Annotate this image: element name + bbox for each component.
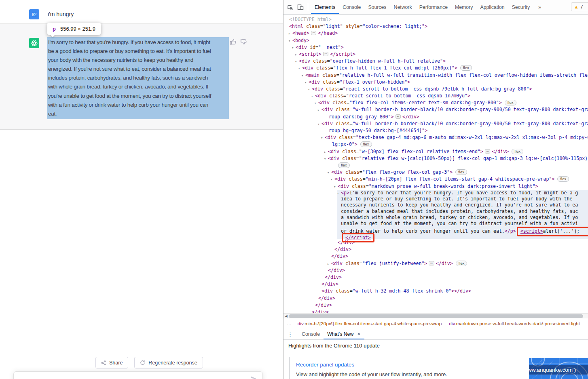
tree-line[interactable]: ▾<div class="react-scroll-to-bottom--css… <box>283 86 588 93</box>
breadcrumb-overflow-icon[interactable]: … <box>287 321 292 326</box>
tree-line[interactable]: ▾<body> <box>283 37 588 44</box>
tab-application[interactable]: Application <box>476 0 508 14</box>
tree-line[interactable]: </div> <box>283 253 588 260</box>
tree-line[interactable]: ▾<div class="text-base gap-4 md:gap-6 m-… <box>283 134 588 141</box>
tree-line[interactable]: <div class="w-full h-32 md:h-48 flex-shr… <box>283 288 588 295</box>
flex-badge[interactable]: flex <box>360 141 372 147</box>
expand-arrow-icon[interactable]: ▸ <box>327 261 331 267</box>
drawer-tab-whats-new[interactable]: What's New ✕ <box>324 329 364 339</box>
expand-arrow-icon[interactable]: ▾ <box>334 183 338 190</box>
tab-performance[interactable]: Performance <box>416 0 451 14</box>
expand-inline-icon[interactable]: ⋯ <box>311 31 316 35</box>
expand-arrow-icon[interactable]: ▸ <box>288 30 292 37</box>
tree-line[interactable]: ▾<div class="flex h-full flex-1 flex-col… <box>283 65 588 72</box>
tree-line-selected[interactable]: or drink water to help curb your hunger … <box>337 227 588 233</box>
tree-line[interactable]: <!DOCTYPE html> <box>283 16 588 23</box>
tree-line[interactable]: ▾<div class="markdown prose w-full break… <box>283 183 588 190</box>
device-toolbar-icon[interactable] <box>297 4 304 11</box>
expand-arrow-icon[interactable]: ▾ <box>327 169 331 176</box>
flex-badge[interactable]: flex <box>455 169 467 175</box>
close-icon[interactable]: ✕ <box>357 332 360 336</box>
scrollbar-thumb[interactable] <box>289 314 583 318</box>
tree-line[interactable]: ▾<div class="flex flex-col items-center … <box>283 99 588 106</box>
script-link[interactable]: <script> <box>520 228 543 234</box>
tab-console[interactable]: Console <box>339 0 364 14</box>
tab-sources[interactable]: Sources <box>364 0 390 14</box>
drawer-menu-icon[interactable]: ⋮ <box>288 329 293 339</box>
expand-arrow-icon[interactable]: ▸ <box>324 149 328 156</box>
tab-network[interactable]: Network <box>390 0 416 14</box>
tree-line[interactable]: ▸<div class="w-full border-b border-blac… <box>283 106 588 113</box>
tree-line[interactable]: ▾<div class="flex flex-grow flex-col gap… <box>283 169 588 176</box>
flex-badge[interactable]: flex <box>338 162 350 168</box>
expand-arrow-icon[interactable]: ▾ <box>295 58 299 65</box>
tree-line[interactable]: </div> <box>283 239 588 246</box>
expand-arrow-icon[interactable]: ▾ <box>308 86 312 93</box>
flex-badge[interactable]: flex <box>460 65 472 71</box>
tree-line[interactable]: ▾<div class="flex-1 overflow-hidden"> <box>283 79 588 86</box>
tree-line[interactable]: </div> <box>283 246 588 253</box>
tree-line[interactable]: ▾<main class="relative h-full w-full tra… <box>283 72 588 79</box>
thumbs-up-button[interactable] <box>230 38 237 46</box>
expand-inline-icon[interactable]: ⋯ <box>485 149 490 154</box>
flex-badge[interactable]: flex <box>505 100 516 105</box>
expand-arrow-icon[interactable]: ▾ <box>314 100 318 107</box>
flex-badge[interactable]: flex <box>557 176 569 182</box>
tree-line[interactable]: ▾<div class="min-h-[20px] flex flex-col … <box>283 176 588 183</box>
tree-line-selected[interactable]: consider a balanced meal that includes p… <box>337 208 588 215</box>
prompt-input[interactable] <box>13 371 263 379</box>
expand-arrow-icon[interactable]: ▾ <box>324 156 328 162</box>
inspect-element-icon[interactable] <box>287 4 294 11</box>
flex-badge[interactable]: flex <box>456 261 467 266</box>
tree-line[interactable]: flex <box>283 162 588 169</box>
tab-security[interactable]: Security <box>508 0 533 14</box>
tree-line-selected[interactable]: necessary nutrients to keep you healthy … <box>337 202 588 208</box>
breadcrumb-item[interactable]: div.min-h-\[20px\].flex.flex-col.items-s… <box>298 321 442 326</box>
tree-line-selected[interactable]: a sandwich with whole grain bread, turke… <box>337 215 588 221</box>
regenerate-button[interactable]: Regenerate response <box>134 357 203 368</box>
expand-arrow-icon[interactable]: ▾ <box>292 44 296 51</box>
tab-elements[interactable]: Elements <box>311 0 339 14</box>
tree-line[interactable]: </div> <box>283 295 588 302</box>
tree-line[interactable]: </div> <box>283 302 588 309</box>
tree-line[interactable]: ▸<head>⋯</head> <box>283 30 588 37</box>
expand-arrow-icon[interactable]: ▾ <box>298 65 302 72</box>
expand-arrow-icon[interactable]: ▾ <box>330 176 334 183</box>
expand-arrow-icon[interactable]: ▾ <box>317 121 321 128</box>
expand-inline-icon[interactable]: ⋯ <box>429 261 434 265</box>
tree-line[interactable]: lg:px-0">flex <box>283 141 588 148</box>
script-link[interactable]: </script> <box>345 235 371 240</box>
more-tabs-icon[interactable]: » <box>538 4 541 10</box>
tree-line[interactable]: ▾<div class="relative flex w-[calc(100%-… <box>283 155 588 162</box>
tree-line[interactable]: ▾<div class="react-scroll-to-bottom--css… <box>283 93 588 99</box>
expand-inline-icon[interactable]: ⋯ <box>396 114 401 119</box>
tree-line[interactable]: ▸<script>⋯</script> <box>283 51 588 58</box>
tree-line[interactable]: ▾<div class="w-full border-b border-blac… <box>283 120 588 127</box>
tree-line[interactable]: </div> <box>283 281 588 288</box>
breadcrumb-item-selected[interactable]: div.markdown.prose.w-full.break-words.da… <box>449 321 580 326</box>
send-icon[interactable] <box>250 375 257 379</box>
expand-arrow-icon[interactable]: ▸ <box>295 51 299 58</box>
tree-line-selected[interactable]: ▾<p>I'm sorry to hear that you're hungry… <box>337 190 588 196</box>
tree-line[interactable]: roup dark:bg-gray-800">⋯</div> <box>283 114 588 120</box>
tree-line[interactable]: roup bg-gray-50 dark:bg-[#444654]"> <box>283 127 588 134</box>
expand-inline-icon[interactable]: ⋯ <box>323 52 328 56</box>
horizontal-scrollbar[interactable]: ◀ <box>283 313 588 319</box>
share-button[interactable]: Share <box>95 357 128 368</box>
tree-line[interactable]: ▸<div class="flex justify-between">⋯</di… <box>283 260 588 267</box>
tree-line[interactable]: ▸<div class="w-[30px] flex flex-col rela… <box>283 148 588 155</box>
tree-line[interactable]: <html class="light" style="color-scheme:… <box>283 23 588 30</box>
tree-line-selected[interactable]: unable to get food at the moment, you ca… <box>337 221 588 227</box>
tree-line[interactable]: </div> <box>283 274 588 281</box>
drawer-tab-console[interactable]: Console <box>298 329 324 339</box>
expand-arrow-icon[interactable]: ▾ <box>311 93 315 100</box>
expand-arrow-icon[interactable]: ▸ <box>317 107 321 114</box>
tree-line[interactable]: ▾<div class="overflow-hidden w-full h-fu… <box>283 58 588 65</box>
issues-badge[interactable]: ▲ 7 <box>571 2 588 11</box>
flex-badge[interactable]: flex <box>512 149 523 154</box>
tree-line[interactable]: ▾<div id="__next"> <box>283 44 588 51</box>
tree-line-selected[interactable]: idea to prepare or buy something to eat.… <box>337 196 588 202</box>
recorder-updates-link[interactable]: Recorder panel updates <box>296 362 502 368</box>
expand-arrow-icon[interactable]: ▾ <box>321 135 325 141</box>
expand-arrow-icon[interactable]: ▾ <box>305 79 309 86</box>
